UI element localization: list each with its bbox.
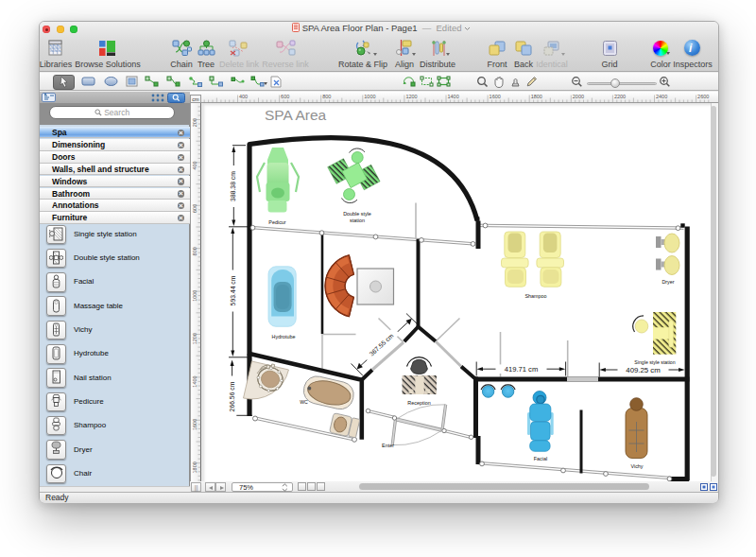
svg-text:Hydrotube: Hydrotube	[272, 334, 296, 339]
svg-text:1000: 1000	[364, 94, 375, 99]
svg-text:200: 200	[191, 118, 197, 127]
svg-text:SPA Area: SPA Area	[265, 107, 327, 123]
svg-text:800: 800	[191, 247, 197, 255]
svg-text:Facial: Facial	[534, 456, 547, 461]
svg-text:Pedicur: Pedicur	[268, 219, 285, 225]
svg-text:1200: 1200	[191, 333, 197, 344]
svg-text:400: 400	[191, 161, 197, 169]
svg-text:Vichy: Vichy	[630, 463, 643, 469]
svg-text:Single style station: Single style station	[634, 359, 675, 365]
svg-text:WC: WC	[300, 399, 308, 405]
svg-text:2400: 2400	[656, 94, 667, 99]
svg-text:266.56 cm: 266.56 cm	[229, 381, 235, 411]
svg-text:2000: 2000	[573, 94, 584, 99]
svg-text:419.71 cm: 419.71 cm	[505, 365, 538, 374]
svg-text:1400: 1400	[191, 375, 197, 387]
svg-text:409.25 cm: 409.25 cm	[626, 366, 660, 374]
svg-text:1600: 1600	[191, 419, 197, 430]
svg-text:600: 600	[281, 94, 289, 99]
svg-text:1800: 1800	[531, 94, 542, 99]
svg-text:593.44 cm: 593.44 cm	[230, 275, 236, 305]
svg-text:600: 600	[191, 204, 197, 213]
svg-text:1600: 1600	[490, 94, 501, 99]
svg-text:2200: 2200	[614, 94, 626, 99]
svg-text:Dryer: Dryer	[662, 279, 674, 285]
svg-text:Shampoo: Shampoo	[524, 293, 546, 299]
svg-text:400: 400	[239, 94, 248, 99]
svg-text:station: station	[350, 218, 365, 223]
svg-text:2600: 2600	[697, 94, 709, 99]
svg-text:Reception: Reception	[407, 400, 430, 406]
svg-text:1000: 1000	[191, 290, 197, 302]
svg-text:1400: 1400	[448, 94, 459, 99]
svg-text:388.38 cm: 388.38 cm	[230, 171, 236, 201]
svg-text:800: 800	[322, 94, 331, 99]
svg-text:Double style: Double style	[343, 211, 371, 217]
svg-text:1200: 1200	[405, 94, 417, 99]
svg-text:Enter: Enter	[382, 443, 394, 448]
svg-text:1800: 1800	[191, 461, 197, 473]
